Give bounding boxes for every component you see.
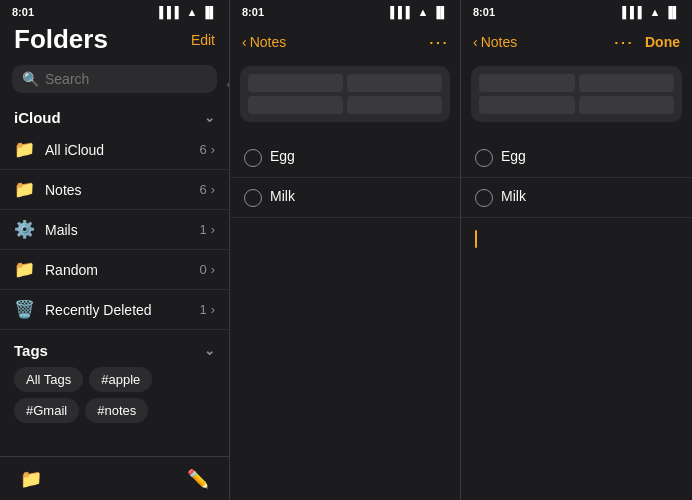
signal-icon-2: ▌▌▌: [390, 6, 413, 18]
compose-icon[interactable]: ✏️: [187, 468, 209, 490]
text-cursor: [475, 230, 477, 248]
folder-name: All iCloud: [45, 142, 199, 158]
back-label-3: Notes: [481, 34, 518, 50]
wifi-icon-3: ▲: [650, 6, 661, 18]
editor-checkbox-egg[interactable]: [475, 149, 493, 167]
wifi-icon-2: ▲: [418, 6, 429, 18]
icloud-chevron-icon[interactable]: ⌄: [204, 110, 215, 125]
status-icons: ▌▌▌ ▲ ▐▌: [159, 6, 217, 18]
chevron-right-icon: ›: [211, 142, 215, 157]
back-chevron-icon-3: ‹: [473, 34, 478, 50]
signal-icon: ▌▌▌: [159, 6, 182, 18]
tags-label: Tags ⌄: [14, 342, 215, 359]
icloud-section-label: iCloud ⌄: [0, 101, 229, 130]
folder-count: 0: [199, 262, 206, 277]
ellipsis-button[interactable]: ⋯: [428, 30, 448, 54]
battery-icon: ▐▌: [201, 6, 217, 18]
back-to-notes-button[interactable]: ‹ Notes: [473, 34, 517, 50]
editor-note-milk[interactable]: Milk: [461, 178, 692, 218]
folder-item-random[interactable]: 📁 Random 0 ›: [0, 250, 229, 290]
search-bar[interactable]: 🔍 🎤: [12, 65, 217, 93]
folder-count: 1: [199, 222, 206, 237]
folder-icon: 📁: [14, 259, 35, 280]
editor-note-list: Egg Milk: [461, 130, 692, 226]
wifi-icon: ▲: [187, 6, 198, 18]
ellipsis-button-3[interactable]: ⋯: [613, 30, 633, 54]
note-preview-card: [240, 66, 450, 122]
preview-cell-3: [248, 96, 343, 114]
note-item-milk[interactable]: Milk: [230, 178, 460, 218]
status-icons-3: ▌▌▌ ▲ ▐▌: [622, 6, 680, 18]
folder-count: 1: [199, 302, 206, 317]
gear-icon: ⚙️: [14, 219, 35, 240]
editor-note-egg[interactable]: Egg: [461, 138, 692, 178]
back-label: Notes: [250, 34, 287, 50]
folder-item-mails[interactable]: ⚙️ Mails 1 ›: [0, 210, 229, 250]
folder-list: 📁 All iCloud 6 › 📁 Notes 6 › ⚙️ Mails 1 …: [0, 130, 229, 334]
battery-icon-2: ▐▌: [432, 6, 448, 18]
folder-toolbar-icon[interactable]: 📁: [20, 468, 42, 490]
notes-list-panel: 8:01 ▌▌▌ ▲ ▐▌ ‹ Notes ⋯ Egg Milk: [230, 0, 461, 500]
editor-note-text-egg: Egg: [501, 148, 526, 164]
status-time-3: 8:01: [473, 6, 495, 18]
editor-checkbox-milk[interactable]: [475, 189, 493, 207]
signal-icon-3: ▌▌▌: [622, 6, 645, 18]
editor-preview-card: [471, 66, 682, 122]
folders-panel: 8:01 ▌▌▌ ▲ ▐▌ Folders Edit 🔍 🎤 iCloud ⌄ …: [0, 0, 230, 500]
folder-item-recently-deleted[interactable]: 🗑️ Recently Deleted 1 ›: [0, 290, 229, 330]
folder-name: Mails: [45, 222, 199, 238]
folder-icon: 📁: [14, 179, 35, 200]
folder-name: Random: [45, 262, 199, 278]
back-to-folders-button[interactable]: ‹ Notes: [242, 34, 286, 50]
tags-section: Tags ⌄ All Tags #apple #Gmail #notes: [0, 334, 229, 431]
editor-preview-cell-2: [579, 74, 675, 92]
status-bar: 8:01 ▌▌▌ ▲ ▐▌: [0, 0, 229, 22]
search-icon: 🔍: [22, 71, 39, 87]
edit-button[interactable]: Edit: [191, 32, 215, 48]
preview-cell-2: [347, 74, 442, 92]
trash-icon: 🗑️: [14, 299, 35, 320]
folder-item-notes[interactable]: 📁 Notes 6 ›: [0, 170, 229, 210]
chevron-right-icon: ›: [211, 302, 215, 317]
folders-header: Folders Edit: [0, 22, 229, 61]
editor-note-text-milk: Milk: [501, 188, 526, 204]
tags-container: All Tags #apple #Gmail #notes: [14, 367, 215, 423]
status-bar-2: 8:01 ▌▌▌ ▲ ▐▌: [230, 0, 460, 22]
preview-cell-1: [248, 74, 343, 92]
battery-icon-3: ▐▌: [664, 6, 680, 18]
folders-title: Folders: [14, 24, 108, 55]
folder-count: 6: [199, 142, 206, 157]
tags-chevron-icon[interactable]: ⌄: [204, 343, 215, 358]
folder-name: Notes: [45, 182, 199, 198]
note-text-milk: Milk: [270, 188, 295, 204]
search-input[interactable]: [45, 71, 220, 87]
chevron-right-icon: ›: [211, 222, 215, 237]
note-checkbox-milk[interactable]: [244, 189, 262, 207]
note-checkbox-egg[interactable]: [244, 149, 262, 167]
tag-notes[interactable]: #notes: [85, 398, 148, 423]
preview-cell-4: [347, 96, 442, 114]
status-icons-2: ▌▌▌ ▲ ▐▌: [390, 6, 448, 18]
chevron-right-icon: ›: [211, 262, 215, 277]
chevron-right-icon: ›: [211, 182, 215, 197]
tag-gmail[interactable]: #Gmail: [14, 398, 79, 423]
folder-icon: 📁: [14, 139, 35, 160]
note-text-egg: Egg: [270, 148, 295, 164]
tag-apple[interactable]: #apple: [89, 367, 152, 392]
panel1-bottom-toolbar: 📁 ✏️: [0, 456, 229, 500]
panel3-header: ‹ Notes ⋯ Done: [461, 22, 692, 58]
folder-item-all-icloud[interactable]: 📁 All iCloud 6 ›: [0, 130, 229, 170]
status-time-2: 8:01: [242, 6, 264, 18]
status-bar-3: 8:01 ▌▌▌ ▲ ▐▌: [461, 0, 692, 22]
editor-preview-cell-1: [479, 74, 575, 92]
folder-name: Recently Deleted: [45, 302, 199, 318]
done-button[interactable]: Done: [645, 34, 680, 50]
editor-preview-cell-3: [479, 96, 575, 114]
status-time: 8:01: [12, 6, 34, 18]
tag-all-tags[interactable]: All Tags: [14, 367, 83, 392]
note-list: Egg Milk: [230, 130, 460, 226]
note-item-egg[interactable]: Egg: [230, 138, 460, 178]
editor-preview-cell-4: [579, 96, 675, 114]
back-chevron-icon: ‹: [242, 34, 247, 50]
panel2-header: ‹ Notes ⋯: [230, 22, 460, 58]
